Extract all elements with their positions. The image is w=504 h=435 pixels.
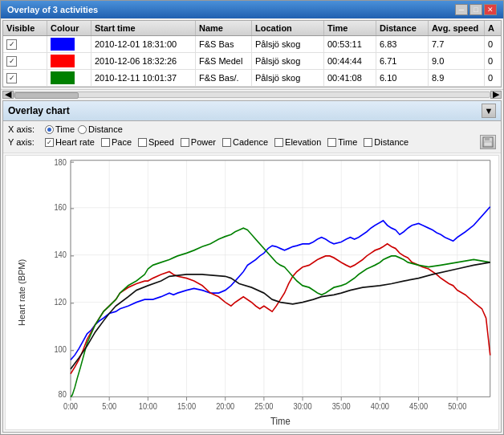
svg-text:35:00: 35:00 [332, 401, 352, 411]
y-speed-option[interactable]: Speed [138, 137, 174, 147]
col-extra: A [485, 21, 504, 35]
table-header: Visible Colour Start time Name Location … [3, 21, 501, 36]
axis-controls: X axis: Time Distance Y axis: ✓ Heart [3, 121, 501, 153]
y-power-option[interactable]: Power [181, 137, 216, 147]
row3-avg-speed: 8.9 [429, 70, 485, 86]
y-distance-checkbox[interactable] [364, 138, 372, 147]
row1-extra: 0 [485, 36, 504, 52]
row1-location: Pålsjö skog [252, 36, 324, 52]
row2-visible[interactable]: ✓ [3, 53, 47, 69]
row1-time: 00:53:11 [324, 36, 376, 52]
chart-svg: 180 160 140 120 100 80 0:00 5:00 [38, 156, 498, 429]
title-bar: Overlay of 3 activities ─ □ ✕ [1, 1, 503, 18]
row3-extra: 0 [485, 70, 504, 86]
x-axis-row: X axis: Time Distance [8, 124, 496, 134]
chart-area: Heart rate (BPM) [5, 155, 499, 430]
svg-text:40:00: 40:00 [371, 401, 390, 411]
y-pace-option[interactable]: Pace [101, 137, 132, 147]
svg-text:15:00: 15:00 [177, 401, 197, 411]
x-axis-time-option[interactable]: Time [45, 124, 75, 134]
svg-rect-2 [484, 142, 492, 146]
scrollbar-thumb[interactable] [14, 92, 79, 99]
svg-text:160: 160 [54, 203, 67, 213]
row3-visible[interactable]: ✓ [3, 70, 47, 86]
row2-name: F&S Medel [196, 53, 252, 69]
svg-text:0:00: 0:00 [63, 401, 78, 411]
overlay-chart-section: Overlay chart ▼ X axis: Time Distance [2, 100, 502, 433]
y-axis-row: Y axis: ✓ Heart rate Pace Speed Power [8, 135, 496, 149]
x-axis-distance-option[interactable]: Distance [78, 124, 123, 134]
scroll-right-btn[interactable]: ▶ [490, 91, 502, 99]
x-axis-label: X axis: [8, 124, 39, 134]
svg-text:120: 120 [54, 298, 67, 307]
y-elevation-option[interactable]: Elevation [274, 137, 321, 147]
y-speed-label: Speed [148, 137, 174, 147]
x-axis-distance-label: Distance [88, 124, 123, 134]
maximize-button[interactable]: □ [469, 4, 482, 15]
y-speed-checkbox[interactable] [138, 138, 147, 147]
overlay-dropdown-button[interactable]: ▼ [482, 104, 496, 118]
col-name: Name [196, 21, 252, 35]
scroll-left-btn[interactable]: ◀ [2, 91, 14, 99]
main-window: Overlay of 3 activities ─ □ ✕ Visible Co… [0, 0, 504, 435]
horizontal-scrollbar[interactable]: ◀ ▶ [1, 89, 503, 99]
y-heart-rate-checkbox[interactable]: ✓ [45, 138, 54, 147]
x-axis-distance-radio[interactable] [78, 125, 87, 134]
row1-avg-speed: 7.7 [429, 36, 485, 52]
save-chart-button[interactable] [480, 135, 496, 149]
title-bar-controls: ─ □ ✕ [455, 4, 497, 15]
row1-visible[interactable]: ✓ [3, 36, 47, 52]
row1-name: F&S Bas [196, 36, 252, 52]
table-row: ✓ 2010-12-06 18:32:26 F&S Medel Pålsjö s… [3, 53, 501, 70]
col-visible: Visible [3, 21, 47, 35]
col-location: Location [252, 21, 324, 35]
row1-start-time: 2010-12-01 18:31:00 [91, 36, 196, 52]
table-row: ✓ 2010-12-01 18:31:00 F&S Bas Pålsjö sko… [3, 36, 501, 53]
svg-text:180: 180 [54, 157, 67, 167]
y-pace-label: Pace [112, 137, 132, 147]
row3-name: F&S Bas/. [196, 70, 252, 86]
y-cadence-option[interactable]: Cadence [222, 137, 268, 147]
col-avg-speed: Avg. speed [429, 21, 485, 35]
y-time-checkbox[interactable] [327, 138, 336, 147]
row3-color [47, 70, 91, 86]
row1-distance: 6.83 [376, 36, 429, 52]
y-distance-label: Distance [374, 137, 408, 147]
scrollbar-track[interactable] [14, 91, 490, 98]
x-axis-time-radio[interactable] [45, 125, 54, 134]
y-elevation-label: Elevation [285, 137, 321, 147]
y-distance-option[interactable]: Distance [364, 137, 408, 147]
y-cadence-checkbox[interactable] [222, 138, 231, 147]
row3-time: 00:41:08 [324, 70, 376, 86]
svg-text:10:00: 10:00 [139, 401, 158, 411]
row2-time: 00:44:44 [324, 53, 376, 69]
window-title: Overlay of 3 activities [7, 5, 98, 14]
y-time-option[interactable]: Time [327, 137, 357, 147]
activities-table: Visible Colour Start time Name Location … [2, 20, 502, 87]
overlay-chart-header: Overlay chart ▼ [3, 101, 501, 121]
y-axis-label: Y axis: [8, 137, 39, 147]
y-elevation-checkbox[interactable] [274, 138, 283, 147]
col-colour: Colour [47, 21, 91, 35]
overlay-chart-title: Overlay chart [8, 105, 70, 116]
row2-color [47, 53, 91, 69]
y-pace-checkbox[interactable] [101, 138, 110, 147]
col-distance: Distance [376, 21, 429, 35]
col-start-time: Start time [91, 21, 196, 35]
row2-distance: 6.71 [376, 53, 429, 69]
x-axis-time-label: Time [55, 124, 75, 134]
close-button[interactable]: ✕ [484, 4, 497, 15]
minimize-button[interactable]: ─ [455, 4, 468, 15]
svg-rect-3 [71, 161, 490, 397]
row1-color [47, 36, 91, 52]
y-power-checkbox[interactable] [181, 138, 189, 147]
chart-inner: 180 160 140 120 100 80 0:00 5:00 [38, 156, 498, 429]
x-axis-radio-group: Time Distance [45, 124, 123, 134]
row2-avg-speed: 9.0 [429, 53, 485, 69]
y-heart-rate-option[interactable]: ✓ Heart rate [45, 137, 95, 147]
row2-location: Pålsjö skog [252, 53, 324, 69]
svg-text:45:00: 45:00 [409, 401, 429, 411]
svg-rect-1 [485, 137, 490, 140]
y-time-label: Time [338, 137, 357, 147]
svg-text:Time: Time [270, 416, 291, 428]
